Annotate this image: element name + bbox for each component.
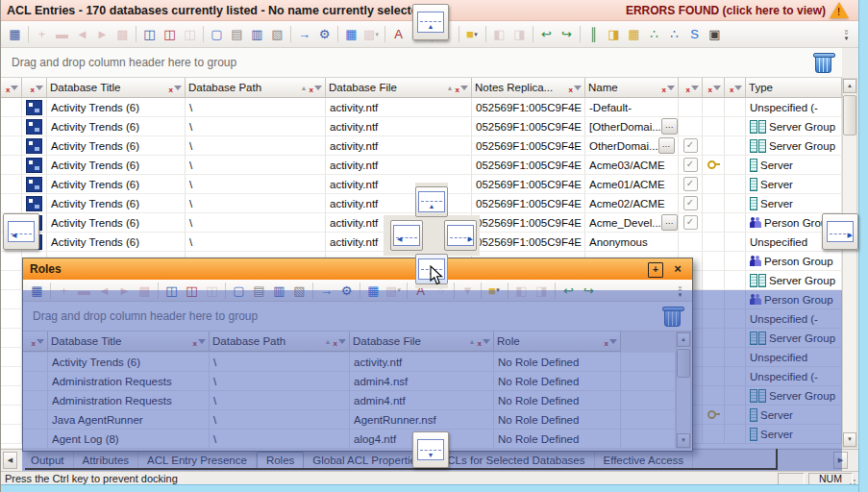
collapse-pane-icon[interactable]: ◨ (509, 25, 530, 44)
dock-diamond-right[interactable]: ▶ (444, 220, 477, 251)
move-first-icon[interactable]: ◄ (72, 25, 92, 44)
scroll-down-button[interactable]: ▼ (843, 432, 856, 447)
main-header-col8[interactable]: x (703, 78, 725, 98)
filter-icon[interactable]: x (569, 84, 582, 92)
ellipsis-button[interactable]: … (658, 137, 675, 154)
main-header-notes-replica[interactable]: Notes Replica...x (472, 78, 585, 98)
row-selector-cell (1, 136, 22, 155)
cell-type: Person Group (746, 252, 842, 270)
highlight-column-icon[interactable]: ◫ (160, 25, 180, 44)
cell-database-path: \ (186, 136, 326, 155)
expand-pane-icon[interactable]: ◧ (489, 25, 509, 44)
main-header-database-path[interactable]: Database Path▲x (186, 78, 326, 98)
toggle-columns-icon[interactable]: ║ (583, 25, 604, 44)
dock-guide-left[interactable]: ◀ (3, 213, 39, 250)
add-entry-icon[interactable]: + (32, 25, 52, 44)
warning-icon[interactable]: ! (830, 2, 849, 18)
filter-icon[interactable]: x (708, 84, 721, 92)
checkbox-checked[interactable]: ✓ (683, 196, 698, 210)
sticky-note-icon[interactable]: ■▼ (462, 25, 483, 44)
checkbox-checked[interactable]: ✓ (683, 138, 698, 153)
main-header-database-file[interactable]: Database File▲x (326, 78, 472, 98)
filter-icon[interactable]: x (6, 84, 18, 92)
scroll-thumb[interactable] (843, 95, 856, 135)
hierarchy-icon[interactable]: ∴ (644, 25, 664, 44)
filter-icon[interactable]: x (310, 84, 322, 92)
copy-table-icon[interactable]: ▥ (247, 25, 267, 44)
ellipsis-button[interactable]: … (661, 214, 678, 231)
acl-entry-row[interactable]: Activity Trends (6)\activity.ntf052569F1… (1, 117, 842, 136)
trash-icon[interactable] (815, 56, 831, 73)
checkbox-checked[interactable]: ✓ (683, 158, 698, 172)
cell-checkbox (679, 117, 703, 135)
copy-icon[interactable]: ▤ (227, 25, 247, 44)
remove-entry-icon[interactable]: ▬ (52, 25, 72, 44)
person-group-icon (750, 217, 761, 228)
filter-icon[interactable]: x (662, 84, 675, 92)
tab-scroll-left-button[interactable]: ◀ (3, 452, 17, 469)
filter-icon[interactable]: x (31, 84, 43, 92)
roles-title-bar[interactable]: Roles + × (23, 258, 692, 280)
find-text-icon[interactable]: A (388, 25, 409, 44)
cell-database-path: \ (186, 194, 326, 212)
grid-view-icon[interactable]: ▦ (341, 25, 361, 44)
dock-guide-bottom[interactable]: ▼ (412, 431, 449, 468)
cell-type: Server Group (746, 271, 842, 289)
export-icon[interactable]: → (294, 25, 314, 44)
errors-link[interactable]: ERRORS FOUND (click here to view) (626, 4, 826, 17)
dock-left-icon: ◀ (8, 221, 35, 242)
select-related-icon[interactable]: ▩ (112, 25, 133, 44)
acl-entry-row[interactable]: Activity Trends (6)\activity.ntf052569F1… (1, 136, 842, 156)
cell-database-title: Activity Trends (6) (47, 233, 186, 251)
filter-icon[interactable]: x (686, 84, 699, 92)
hide-column-icon[interactable]: ◫ (180, 25, 200, 44)
row-selector-cell (1, 117, 22, 135)
run-process-icon[interactable]: ⚙ (314, 25, 335, 44)
main-header-col0[interactable]: x (1, 78, 22, 98)
maximize-button[interactable]: + (648, 262, 663, 278)
filter-icon[interactable]: x (456, 84, 468, 92)
checkbox-checked[interactable]: ✓ (683, 177, 698, 191)
copy-options-icon[interactable]: ▧ (267, 25, 287, 44)
main-vertical-scrollbar[interactable]: ▲ ▼ (842, 78, 857, 448)
toolbar-separator (384, 26, 385, 42)
move-last-icon[interactable]: ► (92, 25, 112, 44)
main-header-col7[interactable]: x (679, 78, 703, 98)
main-header-col9[interactable]: x (725, 78, 746, 98)
cell-name: OtherDomai...… (585, 136, 679, 155)
ellipsis-button[interactable]: … (661, 118, 678, 135)
close-button[interactable]: × (671, 262, 684, 276)
checkbox-checked[interactable]: ✓ (683, 215, 698, 230)
dock-guide-top[interactable]: ▲ (412, 4, 449, 40)
main-header-name[interactable]: Namex (585, 78, 679, 98)
flow-icon[interactable]: S (684, 25, 705, 44)
console-icon[interactable]: ▣ (705, 25, 725, 44)
cell-type: Unspecified (- (746, 98, 842, 116)
cell-database-path: \ (186, 175, 326, 193)
matrix-view-icon[interactable]: ▩▼ (361, 25, 382, 44)
acl-entry-row[interactable]: Activity Trends (6)\activity.ntf052569F1… (1, 98, 842, 117)
import-data-icon[interactable]: ↩ (536, 25, 557, 44)
dock-diamond-left[interactable]: ◀ (390, 220, 423, 251)
filter-icon[interactable]: x (730, 84, 742, 92)
side-panel-icon[interactable]: ◨ (604, 25, 624, 44)
selection-mode-icon[interactable]: ▢ (207, 25, 227, 44)
main-header-database-title[interactable]: Database Titlex (47, 78, 186, 98)
cell-name: Anonymous (585, 233, 679, 251)
org-chart-icon[interactable]: ∴ (664, 25, 684, 44)
acl-entry-row[interactable]: Activity Trends (6)\activity.ntf052569F1… (1, 156, 842, 175)
cell-database-path: \ (186, 156, 326, 174)
dock-guide-right[interactable]: ▶ (822, 213, 858, 250)
toolbar-overflow-button[interactable]: ›› ▼ (840, 25, 853, 44)
dock-diamond-up[interactable]: ▲ (415, 186, 448, 217)
filter-icon[interactable]: x (169, 84, 182, 92)
scroll-up-button[interactable]: ▲ (843, 79, 856, 93)
table-properties-icon[interactable]: ▦ (5, 25, 25, 44)
export-data-icon[interactable]: ↪ (557, 25, 577, 44)
new-grid-icon[interactable]: ▦ (624, 25, 644, 44)
window-frame-bottom (1, 484, 858, 492)
main-header-type[interactable]: Type (746, 78, 842, 98)
dock-top-icon: ▲ (417, 12, 444, 33)
freeze-column-icon[interactable]: ◫ (139, 25, 160, 44)
main-header-col1[interactable]: x (22, 78, 47, 98)
